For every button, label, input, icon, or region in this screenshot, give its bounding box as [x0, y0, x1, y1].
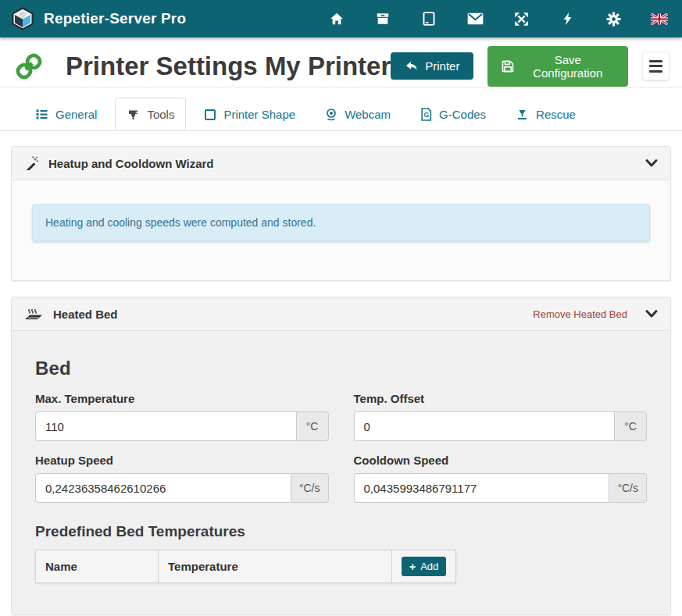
plus-icon: +	[409, 561, 416, 572]
wizard-status-alert: Heating and cooling speeds were computed…	[32, 204, 650, 241]
temp-offset-input[interactable]	[354, 411, 615, 441]
heated-bed-panel-header[interactable]: Heated Bed Remove Heated Bed	[12, 297, 670, 331]
tab-printer-shape-label: Printer Shape	[223, 108, 295, 121]
page-header: Printer Settings My Printer Printer Save…	[0, 37, 682, 87]
heatup-speed-label: Heatup Speed	[35, 454, 329, 467]
tab-rescue-label: Rescue	[536, 108, 576, 121]
heatup-speed-field: Heatup Speed °C/s	[35, 454, 329, 503]
tab-webcam-label: Webcam	[345, 108, 391, 121]
link-chain-icon	[11, 49, 47, 84]
tab-gcodes-label: G-Codes	[439, 108, 486, 121]
tablet-icon[interactable]	[420, 11, 437, 27]
heatup-speed-input[interactable]	[35, 473, 291, 503]
predefined-temperatures-table: Name Temperature + Add	[35, 550, 456, 583]
column-header-temperature: Temperature	[159, 550, 392, 583]
navbar-icons	[328, 11, 668, 27]
back-arrow-icon	[405, 60, 418, 72]
language-flag-icon[interactable]	[651, 11, 668, 27]
printer-button-label: Printer	[425, 59, 459, 73]
brand[interactable]: Repetier-Server Pro	[11, 7, 186, 30]
bolt-icon[interactable]	[559, 11, 576, 27]
add-temperature-button[interactable]: + Add	[402, 557, 446, 576]
envelope-icon[interactable]	[466, 11, 484, 27]
heated-bed-panel: Heated Bed Remove Heated Bed Bed Max. Te…	[11, 297, 671, 615]
top-navbar: Repetier-Server Pro	[0, 0, 682, 37]
table-header-row: Name Temperature + Add	[36, 550, 456, 583]
cooldown-speed-label: Cooldown Speed	[354, 454, 648, 467]
unit-addon: °C	[296, 411, 329, 441]
gcode-file-icon: G	[420, 108, 432, 121]
save-button-label: Save Configuration	[521, 53, 614, 80]
max-temperature-input[interactable]	[35, 411, 296, 441]
unit-addon: °C/s	[291, 473, 329, 503]
heated-bed-panel-body: Bed Max. Temperature °C Temp. Offset °C …	[12, 331, 670, 614]
predefined-bed-temperatures-title: Predefined Bed Temperatures	[35, 523, 647, 540]
max-temperature-field: Max. Temperature °C	[35, 392, 329, 441]
chevron-down-icon[interactable]	[645, 309, 658, 319]
max-temperature-label: Max. Temperature	[35, 392, 329, 405]
tab-general-label: General	[55, 108, 97, 121]
menu-button[interactable]	[642, 52, 670, 80]
square-outline-icon	[204, 109, 216, 121]
column-header-name: Name	[36, 550, 159, 583]
wizard-panel-title: Heatup and Cooldown Wizard	[48, 157, 214, 170]
rescue-nozzle-icon	[516, 109, 529, 121]
cooldown-speed-input[interactable]	[354, 473, 609, 503]
extruder-icon	[127, 109, 140, 121]
tab-tools[interactable]: Tools	[115, 98, 186, 131]
cooldown-speed-field: Cooldown Speed °C/s	[354, 454, 648, 503]
remove-heated-bed-link[interactable]: Remove Heated Bed	[533, 308, 627, 320]
add-button-label: Add	[420, 561, 438, 572]
repetier-logo-icon	[11, 7, 34, 30]
heatup-cooldown-wizard-panel: Heatup and Cooldown Wizard Heating and c…	[11, 146, 671, 281]
page-title: Printer Settings My Printer	[66, 52, 391, 81]
add-column-cell: + Add	[392, 550, 456, 583]
app-title: Repetier-Server Pro	[44, 10, 186, 27]
expand-icon[interactable]	[512, 11, 530, 27]
tab-printer-shape[interactable]: Printer Shape	[192, 98, 307, 131]
home-icon[interactable]	[328, 11, 345, 27]
settings-tabs: General Tools Printer Shape Webcam	[0, 98, 682, 131]
printer-button[interactable]: Printer	[391, 52, 473, 80]
gear-icon[interactable]	[605, 11, 622, 27]
svg-text:G: G	[423, 111, 429, 119]
archive-icon[interactable]	[374, 11, 391, 27]
save-icon	[502, 60, 514, 73]
temp-offset-label: Temp. Offset	[354, 392, 648, 405]
unit-addon: °C	[614, 411, 647, 441]
chevron-down-icon[interactable]	[645, 158, 658, 168]
save-configuration-button[interactable]: Save Configuration	[487, 46, 628, 87]
tab-general[interactable]: General	[23, 98, 109, 131]
magic-wand-icon	[24, 156, 38, 170]
bed-section-title: Bed	[35, 358, 647, 379]
temp-offset-field: Temp. Offset °C	[354, 392, 648, 441]
wizard-panel-header[interactable]: Heatup and Cooldown Wizard	[12, 147, 670, 180]
tab-gcodes[interactable]: G G-Codes	[409, 98, 498, 131]
tab-webcam[interactable]: Webcam	[313, 98, 402, 131]
tab-tools-label: Tools	[147, 108, 174, 121]
heated-bed-panel-title: Heated Bed	[53, 308, 118, 321]
unit-addon: °C/s	[609, 473, 647, 503]
list-icon	[35, 109, 48, 120]
wizard-panel-body: Heating and cooling speeds were computed…	[12, 180, 670, 280]
heated-bed-icon	[24, 307, 43, 321]
tab-rescue[interactable]: Rescue	[504, 98, 587, 131]
webcam-icon	[325, 108, 337, 121]
